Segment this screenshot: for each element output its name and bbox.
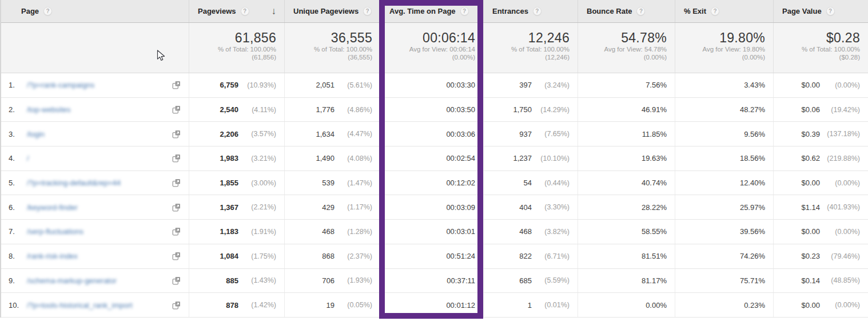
page-cell: 8. /rank-risk-index xyxy=(1,244,189,268)
open-in-new-icon[interactable] xyxy=(172,105,181,114)
open-in-new-icon[interactable] xyxy=(172,130,181,138)
summary-unique-pageviews: 36,555 % of Total: 100.00% (36,555) xyxy=(284,23,380,73)
page-link[interactable]: /?p=tracking-default&rep=44 xyxy=(27,179,121,187)
row-rank: 5. xyxy=(1,179,18,187)
page-link[interactable]: /keyword-finder xyxy=(27,203,78,212)
bounce-rate-cell: 11.85% xyxy=(578,122,675,146)
metric-value: 2,051 xyxy=(316,81,335,89)
metric-value: 7.56% xyxy=(646,81,667,89)
metric-value: 1,750 xyxy=(513,105,532,114)
summary-value: 36,555 xyxy=(288,30,372,45)
metric-value: 25.97% xyxy=(740,203,765,212)
page-cell: 10. /?p=tools-historical_rank_import xyxy=(1,293,189,317)
row-rank: 9. xyxy=(1,276,18,285)
page-value-cell: $0.23 (79.46%) xyxy=(773,244,868,268)
summary-subtext: % of Total: 100.00% xyxy=(193,45,276,53)
summary-value: 54.78% xyxy=(582,30,667,45)
pct-exit-cell: 12.40% xyxy=(675,171,773,195)
open-in-new-icon[interactable] xyxy=(172,276,181,285)
metric-value: $0.23 xyxy=(801,252,820,260)
table-row: 7. /serp-fluctuations 1,183 (1.91%) xyxy=(1,220,868,244)
help-icon[interactable]: ? xyxy=(533,7,541,15)
open-in-new-icon[interactable] xyxy=(172,179,181,187)
column-header-page[interactable]: Page ? xyxy=(1,0,189,22)
help-icon[interactable]: ? xyxy=(363,7,372,15)
pct-exit-cell: 75.71% xyxy=(675,269,773,293)
open-in-new-icon[interactable] xyxy=(172,203,181,212)
table-row: 5. /?p=tracking-default&rep=44 1,855 (3.… xyxy=(1,171,868,196)
sort-descending-icon[interactable]: ↓ xyxy=(272,6,285,16)
metric-value: 00:37:11 xyxy=(447,276,475,285)
metric-value: 1,183 xyxy=(220,227,238,236)
entrances-cell: 468 (3.82%) xyxy=(483,220,578,244)
column-header-page-value[interactable]: Page Value ? xyxy=(773,0,868,22)
metric-value: 40.74% xyxy=(642,179,667,187)
metric-percent: (2.37%) xyxy=(335,252,372,260)
metric-value: 6,759 xyxy=(220,81,238,89)
metric-percent: (19.42%) xyxy=(820,106,860,114)
metric-percent: (10.10%) xyxy=(532,154,570,163)
entrances-cell: 397 (3.24%) xyxy=(483,73,578,97)
column-header-pageviews[interactable]: Pageviews ? ↓ xyxy=(189,0,284,22)
summary-subtext: Avg for View: 19.80% xyxy=(679,45,765,53)
metric-value: 00:01:12 xyxy=(446,301,475,310)
summary-bounce-rate: 54.78% Avg for View: 54.78% (0.00%) xyxy=(578,23,675,73)
page-link[interactable]: /?p=tools-historical_rank_import xyxy=(27,301,133,310)
summary-subtext: (0.00%) xyxy=(384,53,475,61)
page-link[interactable]: /schema-markup-generator xyxy=(27,276,117,285)
metric-value: $0.62 xyxy=(801,154,820,163)
metric-value: 397 xyxy=(519,81,532,89)
column-header-avg-time-on-page[interactable]: Avg. Time on Page ? xyxy=(380,0,483,22)
metric-percent: (0.00%) xyxy=(820,81,860,89)
metric-value: $0.00 xyxy=(801,179,820,187)
pct-exit-cell: 9.56% xyxy=(675,122,773,146)
open-in-new-icon[interactable] xyxy=(172,252,181,260)
metric-percent: (14.29%) xyxy=(532,106,570,114)
open-in-new-icon[interactable] xyxy=(172,301,181,310)
summary-subtext: (0.00%) xyxy=(582,53,667,61)
summary-value: 12,246 xyxy=(487,30,570,45)
metric-value: 1,634 xyxy=(316,130,335,138)
open-in-new-icon[interactable] xyxy=(172,227,181,236)
page-value-cell: $0.14 (48.85%) xyxy=(773,269,868,293)
page-link[interactable]: /?p=rank-campaigns xyxy=(27,81,94,89)
avg-time-on-page-cell: 00:02:54 xyxy=(380,146,483,171)
unique-pageviews-cell: 1,776 (4.86%) xyxy=(284,98,380,122)
pct-exit-cell: 25.97% xyxy=(675,195,773,219)
column-header-bounce-rate[interactable]: Bounce Rate ? xyxy=(578,0,675,22)
metric-value: $0.00 xyxy=(801,227,820,236)
help-icon[interactable]: ? xyxy=(241,7,249,15)
metric-value: 1,983 xyxy=(220,154,238,163)
column-header-entrances[interactable]: Entrances ? xyxy=(483,0,578,22)
help-icon[interactable]: ? xyxy=(711,7,719,15)
help-icon[interactable]: ? xyxy=(460,7,469,15)
metric-percent: (1.28%) xyxy=(335,228,372,236)
help-icon[interactable]: ? xyxy=(826,7,835,15)
summary-subtext: (61,856) xyxy=(193,53,276,61)
metric-value: 822 xyxy=(519,252,532,260)
help-icon[interactable]: ? xyxy=(636,7,645,15)
page-link[interactable]: / xyxy=(27,154,29,163)
page-link[interactable]: /top-websites xyxy=(27,105,71,114)
page-link[interactable]: /rank-risk-index xyxy=(27,252,78,260)
pageviews-cell: 2,206 (3.57%) xyxy=(189,122,284,146)
page-link[interactable]: /serp-fluctuations xyxy=(27,227,83,236)
metric-percent: (3.82%) xyxy=(532,228,570,236)
unique-pageviews-cell: 429 (1.17%) xyxy=(284,195,380,219)
avg-time-on-page-cell: 00:03:30 xyxy=(380,73,483,97)
metric-value: 868 xyxy=(322,252,335,260)
open-in-new-icon[interactable] xyxy=(172,154,181,163)
metric-value: 1,855 xyxy=(220,179,238,187)
row-rank: 4. xyxy=(1,154,18,163)
page-link[interactable]: /login xyxy=(27,130,45,138)
column-header-unique-pageviews[interactable]: Unique Pageviews ? xyxy=(284,0,380,22)
help-icon[interactable]: ? xyxy=(43,7,52,15)
table-row: 9. /schema-markup-generator 885 (1.43%) xyxy=(1,269,868,294)
metric-percent: (1.47%) xyxy=(335,179,372,187)
open-in-new-icon[interactable] xyxy=(172,81,181,89)
metric-value: 75.71% xyxy=(740,276,765,285)
column-header-pct-exit[interactable]: % Exit ? xyxy=(675,0,773,22)
metric-value: 2,206 xyxy=(220,130,238,138)
pageviews-cell: 2,540 (4.11%) xyxy=(189,98,284,122)
pct-exit-cell: 3.43% xyxy=(675,73,773,97)
